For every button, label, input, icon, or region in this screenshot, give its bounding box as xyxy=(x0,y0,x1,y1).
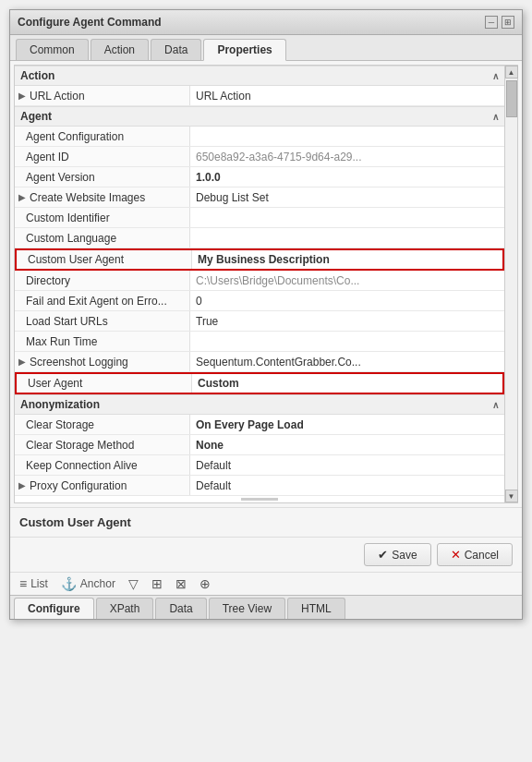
prop-max-run-time: Max Run Time xyxy=(15,332,504,352)
anonymization-collapse-icon[interactable]: ∧ xyxy=(492,400,499,410)
info-bar: Custom User Agent xyxy=(10,507,522,537)
bottom-tabs: Configure XPath Data Tree View HTML xyxy=(10,595,522,619)
prop-agent-id-value: 650e8a92-a3a6-4715-9d64-a29... xyxy=(190,147,504,166)
title-controls: ─ ⊞ xyxy=(485,16,514,29)
pin-button[interactable]: ⊞ xyxy=(502,16,514,29)
section-agent-label: Agent xyxy=(20,110,52,123)
prop-user-agent-name: User Agent xyxy=(17,374,192,393)
content-area: Action ∧ ▶ URL Action URL Action Agent ∧… xyxy=(14,65,518,503)
tab-data[interactable]: Data xyxy=(151,39,201,60)
bottom-tab-configure[interactable]: Configure xyxy=(14,598,94,619)
scrollbar[interactable]: ▲ ▼ xyxy=(504,66,517,502)
prop-create-website-images-label: Create Website Images xyxy=(30,191,145,204)
target-icon: ⊕ xyxy=(200,576,211,591)
toolbar-filter[interactable]: ▽ xyxy=(128,576,139,591)
prop-proxy-config-name: ▶ Proxy Configuration xyxy=(15,476,190,495)
scroll-down-arrow[interactable]: ▼ xyxy=(505,490,518,502)
cross-icon: ⊠ xyxy=(175,576,187,591)
anchor-icon: ⚓ xyxy=(61,576,77,591)
toolbar-list[interactable]: ≡ List xyxy=(19,576,48,591)
prop-load-start-urls-value: True xyxy=(190,311,504,331)
toolbar-target[interactable]: ⊕ xyxy=(200,576,211,591)
bottom-tab-data[interactable]: Data xyxy=(155,598,206,619)
main-window: Configure Agent Command ─ ⊞ Common Actio… xyxy=(9,9,523,620)
prop-directory: Directory C:\Users\Bridge\Documents\Co..… xyxy=(15,271,504,291)
prop-fail-exit-name: Fail and Exit Agent on Erro... xyxy=(15,291,190,310)
prop-load-start-urls: Load Start URLs True xyxy=(15,311,504,332)
prop-custom-language-name: Custom Language xyxy=(15,228,190,248)
prop-url-action-name: ▶ URL Action xyxy=(15,86,190,105)
bottom-toolbar: ≡ List ⚓ Anchor ▽ ⊞ ⊠ ⊕ xyxy=(10,572,522,595)
section-anonymization-label: Anonymization xyxy=(20,398,100,411)
prop-user-agent-value: Custom xyxy=(192,374,502,393)
cancel-icon: ✕ xyxy=(451,548,461,562)
arrow-icon: ▶ xyxy=(18,91,26,101)
tab-properties[interactable]: Properties xyxy=(203,39,285,61)
prop-custom-user-agent-value: My Business Description xyxy=(192,250,502,269)
prop-clear-storage-method-name: Clear Storage Method xyxy=(15,435,190,454)
toolbar-cross[interactable]: ⊠ xyxy=(175,576,187,591)
prop-custom-identifier: Custom Identifier xyxy=(15,208,504,228)
prop-create-website-images: ▶ Create Website Images Debug List Set xyxy=(15,187,504,208)
title-bar: Configure Agent Command ─ ⊞ xyxy=(10,10,522,35)
list-label: List xyxy=(30,577,48,590)
prop-clear-storage-name: Clear Storage xyxy=(15,415,190,434)
prop-url-action-value: URL Action xyxy=(190,86,504,105)
prop-max-run-time-value xyxy=(190,332,504,351)
section-anonymization-header[interactable]: Anonymization ∧ xyxy=(15,394,504,415)
prop-directory-name: Directory xyxy=(15,271,190,290)
section-agent-header[interactable]: Agent ∧ xyxy=(15,106,504,127)
prop-screenshot-logging-name: ▶ Screenshot Logging xyxy=(15,352,190,371)
prop-fail-exit-value: 0 xyxy=(190,291,504,310)
prop-keep-connection-alive-name: Keep Connection Alive xyxy=(15,455,190,475)
prop-url-action-label: URL Action xyxy=(30,90,85,103)
info-bar-label: Custom User Agent xyxy=(19,515,131,529)
bottom-tab-treeview[interactable]: Tree View xyxy=(209,598,285,619)
prop-fail-exit: Fail and Exit Agent on Erro... 0 xyxy=(15,291,504,311)
scroll-up-arrow[interactable]: ▲ xyxy=(505,66,518,79)
prop-agent-id: Agent ID 650e8a92-a3a6-4715-9d64-a29... xyxy=(15,147,504,167)
section-action-header[interactable]: Action ∧ xyxy=(15,66,504,86)
prop-agent-config: Agent Configuration xyxy=(15,127,504,147)
tab-common[interactable]: Common xyxy=(16,39,89,60)
prop-screenshot-logging-label: Screenshot Logging xyxy=(30,356,128,369)
bottom-tab-html[interactable]: HTML xyxy=(287,598,345,619)
window-title: Configure Agent Command xyxy=(18,16,162,29)
cancel-button[interactable]: ✕ Cancel xyxy=(437,543,513,566)
prop-custom-user-agent-name: Custom User Agent xyxy=(17,250,192,269)
cancel-label: Cancel xyxy=(465,549,499,562)
prop-directory-value: C:\Users\Bridge\Documents\Co... xyxy=(190,271,504,290)
prop-create-website-images-name: ▶ Create Website Images xyxy=(15,187,190,207)
divider xyxy=(241,498,278,501)
minimize-button[interactable]: ─ xyxy=(485,16,498,29)
prop-keep-connection-alive-value: Default xyxy=(190,455,504,475)
prop-agent-version-name: Agent Version xyxy=(15,167,190,187)
prop-url-action: ▶ URL Action URL Action xyxy=(15,86,504,106)
prop-agent-id-name: Agent ID xyxy=(15,147,190,166)
tabs-bar: Common Action Data Properties xyxy=(10,35,522,61)
bottom-tab-xpath[interactable]: XPath xyxy=(96,598,154,619)
scroll-thumb[interactable] xyxy=(506,80,517,117)
prop-agent-version: Agent Version 1.0.0 xyxy=(15,167,504,187)
arrow-icon-2: ▶ xyxy=(18,192,26,202)
save-button[interactable]: ✔ Save xyxy=(364,543,430,566)
list-icon: ≡ xyxy=(19,576,27,591)
properties-panel: Action ∧ ▶ URL Action URL Action Agent ∧… xyxy=(15,66,504,502)
prop-custom-identifier-name: Custom Identifier xyxy=(15,208,190,227)
prop-agent-version-value: 1.0.0 xyxy=(190,167,504,187)
prop-load-start-urls-name: Load Start URLs xyxy=(15,311,190,331)
toolbar-anchor[interactable]: ⚓ Anchor xyxy=(61,576,115,591)
prop-custom-identifier-value xyxy=(190,208,504,227)
action-collapse-icon[interactable]: ∧ xyxy=(492,71,499,81)
prop-agent-config-value xyxy=(190,127,504,146)
anchor-label: Anchor xyxy=(80,577,115,590)
prop-screenshot-logging-value: Sequentum.ContentGrabber.Co... xyxy=(190,352,504,371)
prop-clear-storage: Clear Storage On Every Page Load xyxy=(15,415,504,435)
tab-action[interactable]: Action xyxy=(91,39,149,60)
arrow-icon-3: ▶ xyxy=(18,357,26,367)
agent-collapse-icon[interactable]: ∧ xyxy=(492,112,499,122)
prop-custom-language: Custom Language xyxy=(15,228,504,248)
prop-proxy-config: ▶ Proxy Configuration Default xyxy=(15,476,504,496)
toolbar-grid[interactable]: ⊞ xyxy=(151,576,163,591)
prop-clear-storage-method-value: None xyxy=(190,435,504,454)
